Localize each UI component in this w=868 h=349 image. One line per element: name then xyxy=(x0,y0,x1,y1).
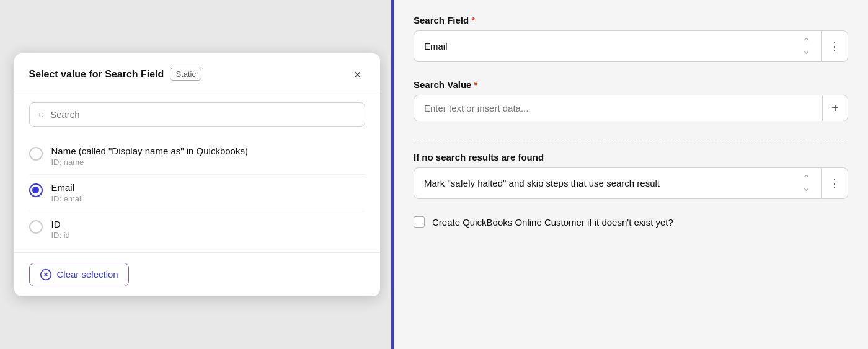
section-divider xyxy=(414,139,848,139)
search-value-required: * xyxy=(474,79,477,90)
search-field-section: Search Field * Email ⌃⌄ ⋮ xyxy=(414,15,848,62)
no-results-arrows-icon: ⌃⌄ xyxy=(802,175,811,191)
search-field-label: Search Field * xyxy=(414,15,848,25)
modal-footer: Clear selection xyxy=(14,252,380,296)
modal-dialog: Select value for Search Field Static × ○… xyxy=(14,53,380,296)
static-badge: Static xyxy=(170,68,202,81)
clear-icon xyxy=(40,268,52,281)
search-value-input[interactable] xyxy=(414,95,822,121)
left-panel: Select value for Search Field Static × ○… xyxy=(0,0,394,349)
modal-title: Select value for Search Field Static xyxy=(29,68,202,81)
modal-title-text: Select value for Search Field xyxy=(29,69,164,80)
search-field-select[interactable]: Email ⌃⌄ xyxy=(414,30,821,62)
option-item-name[interactable]: Name (called "Display name as" in Quickb… xyxy=(29,138,365,175)
create-customer-row: Create QuickBooks Online Customer if it … xyxy=(414,216,848,228)
radio-email[interactable] xyxy=(29,183,43,197)
no-results-menu-button[interactable]: ⋮ xyxy=(821,167,848,199)
option-label-id: ID xyxy=(51,219,70,229)
right-panel: Search Field * Email ⌃⌄ ⋮ Search Value *… xyxy=(394,0,868,349)
search-field-menu-icon: ⋮ xyxy=(829,40,840,53)
modal-body: ○ Name (called "Display name as" in Quic… xyxy=(14,92,380,247)
option-label-email: Email xyxy=(51,182,83,193)
no-results-value: Mark "safely halted" and skip steps that… xyxy=(424,178,660,188)
option-text-email: Email ID: email xyxy=(51,182,83,203)
no-results-select[interactable]: Mark "safely halted" and skip steps that… xyxy=(414,167,821,199)
radio-email-inner xyxy=(32,187,39,193)
option-label-name: Name (called "Display name as" in Quickb… xyxy=(51,146,248,156)
option-list: Name (called "Display name as" in Quickb… xyxy=(29,138,365,247)
search-field-label-text: Search Field xyxy=(414,15,469,25)
option-id-name: ID: name xyxy=(51,157,248,167)
blue-vertical-bar xyxy=(391,0,394,349)
no-results-select-row: Mark "safely halted" and skip steps that… xyxy=(414,167,848,199)
select-arrows-icon: ⌃⌄ xyxy=(802,38,811,54)
search-field-value: Email xyxy=(424,41,448,51)
radio-name[interactable] xyxy=(29,147,43,161)
option-id-email: ID: email xyxy=(51,194,83,203)
search-field-select-row: Email ⌃⌄ ⋮ xyxy=(414,30,848,62)
search-value-input-row: + xyxy=(414,95,848,121)
clear-selection-label: Clear selection xyxy=(57,269,118,280)
no-results-label: If no search results are found xyxy=(414,152,848,162)
option-item-id[interactable]: ID ID: id xyxy=(29,211,365,247)
search-box: ○ xyxy=(29,102,365,127)
modal-header: Select value for Search Field Static × xyxy=(14,53,380,92)
add-icon: + xyxy=(831,101,839,115)
option-text-id: ID ID: id xyxy=(51,219,70,240)
no-results-label-text: If no search results are found xyxy=(414,152,544,162)
no-results-menu-icon: ⋮ xyxy=(829,177,840,190)
search-value-label: Search Value * xyxy=(414,79,848,90)
close-button[interactable]: × xyxy=(350,67,365,82)
search-input[interactable] xyxy=(50,109,355,120)
option-text-name: Name (called "Display name as" in Quickb… xyxy=(51,146,248,167)
create-customer-checkbox[interactable] xyxy=(414,216,425,228)
radio-id[interactable] xyxy=(29,220,43,234)
search-value-section: Search Value * + xyxy=(414,79,848,121)
no-results-section: If no search results are found Mark "saf… xyxy=(414,152,848,199)
option-item-email[interactable]: Email ID: email xyxy=(29,175,365,211)
search-field-menu-button[interactable]: ⋮ xyxy=(821,30,848,62)
create-customer-label: Create QuickBooks Online Customer if it … xyxy=(432,217,673,228)
option-id-id: ID: id xyxy=(51,231,70,240)
search-field-required: * xyxy=(471,15,475,25)
search-value-add-button[interactable]: + xyxy=(822,95,848,121)
search-icon: ○ xyxy=(38,109,45,120)
search-value-label-text: Search Value xyxy=(414,79,471,90)
clear-selection-button[interactable]: Clear selection xyxy=(29,263,129,286)
